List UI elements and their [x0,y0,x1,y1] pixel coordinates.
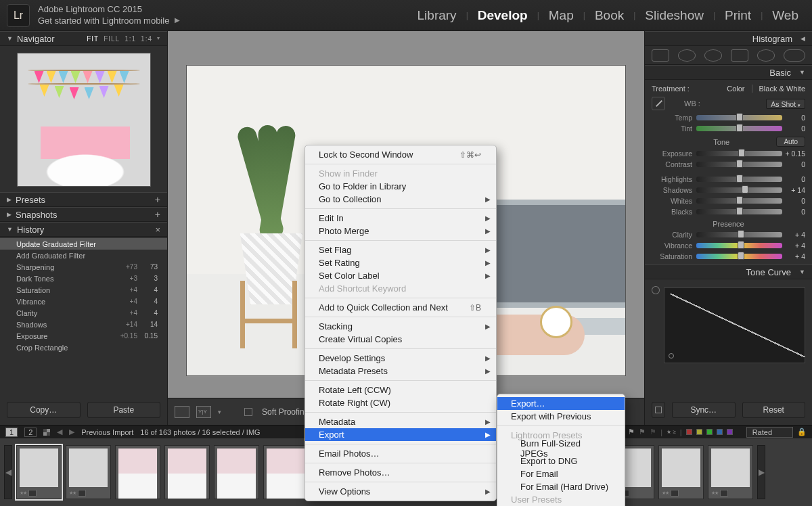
history-item[interactable]: Clarity+44 [0,307,167,319]
menu-item[interactable]: Rotate Left (CCW) [305,384,496,396]
color-purple[interactable] [727,429,733,435]
basic-header[interactable]: Basic [645,65,812,80]
close-icon[interactable]: × [155,225,160,235]
nav-1to1[interactable]: 1:1 [125,35,136,43]
temp-slider[interactable] [696,115,782,120]
highlights-slider[interactable] [696,177,782,182]
snapshots-header[interactable]: Snapshots + [0,207,167,222]
color-green[interactable] [706,429,713,435]
menu-item[interactable]: Add to Quick Collection and Next⇧B [305,301,496,314]
saturation-slider[interactable] [696,254,782,259]
scroll-right-icon[interactable]: ▶ [757,445,765,499]
shadows-slider[interactable] [696,187,782,193]
plus-icon[interactable]: + [155,194,160,205]
navigator-thumbnail[interactable] [17,53,151,187]
treatment-color[interactable]: Color [727,85,744,93]
blacks-slider[interactable] [696,209,782,214]
exposure-slider[interactable] [696,151,782,156]
submenu-item[interactable]: Export to DNG [497,455,625,467]
history-item[interactable]: Exposure+0.150.15 [0,330,167,342]
history-item[interactable]: Sharpening+7373 [0,261,167,273]
chevron-down-icon[interactable]: ▾ [157,35,160,43]
point-curve-icon[interactable] [652,286,660,294]
module-develop[interactable]: Develop [471,5,535,26]
menu-item[interactable]: Email Photos… [305,447,496,460]
submenu-item[interactable]: For Email (Hard Drive) [497,480,625,493]
play-icon[interactable]: ▶ [175,16,180,25]
scroll-left-icon[interactable]: ◀ [4,445,12,499]
menu-item[interactable]: Go to Collection▶ [305,193,496,206]
history-item[interactable]: Vibrance+44 [0,296,167,307]
nav-fit[interactable]: FIT [87,35,99,43]
whites-slider[interactable] [696,198,782,204]
loupe-view-icon[interactable] [175,406,189,418]
menu-item[interactable]: Rotate Right (CW) [305,396,496,409]
histogram-header[interactable]: Histogram [645,31,812,46]
filmstrip-thumb[interactable]: ★★ [66,445,111,499]
menu-item[interactable]: Metadata Presets▶ [305,365,496,377]
module-web[interactable]: Web [765,5,805,26]
clarity-slider[interactable] [696,232,782,237]
grid-icon[interactable] [43,429,50,436]
menu-item[interactable]: Stacking▶ [305,320,496,333]
contrast-slider[interactable] [696,162,782,167]
nav-1to4[interactable]: 1:4 [141,35,152,43]
module-map[interactable]: Map [542,5,581,26]
wb-dropper-icon[interactable] [652,97,665,110]
flag-off-icon[interactable]: ⚑ [650,428,656,436]
filmstrip-thumb[interactable]: ★★ [658,445,704,499]
page-1[interactable]: 1 [5,428,18,437]
menu-item[interactable]: Set Rating▶ [305,256,496,269]
wb-select[interactable]: As Shot ▾ [766,99,805,109]
history-item[interactable]: Crop Rectangle [0,342,167,353]
history-item[interactable]: Dark Tones+33 [0,273,167,284]
paste-button[interactable]: Paste [87,402,161,418]
menu-item[interactable]: Set Flag▶ [305,244,496,256]
radial-tool-icon[interactable] [757,49,775,62]
chevron-down-icon[interactable]: ▾ [218,409,221,415]
navigator-header[interactable]: Navigator FIT FILL 1:1 1:4 ▾ [0,31,167,46]
copy-button[interactable]: Copy… [7,402,81,418]
history-header[interactable]: History × [0,222,167,237]
menu-item[interactable]: Set Color Label▶ [305,269,496,282]
submenu-item[interactable]: For Email [497,467,625,480]
brush-tool-icon[interactable] [784,49,805,62]
filmstrip-thumb[interactable]: ★★ [214,445,259,499]
history-item[interactable]: Shadows+1414 [0,319,167,330]
module-library[interactable]: Library [411,5,464,26]
redeye-tool-icon[interactable] [704,49,722,62]
switch-icon[interactable] [652,402,665,418]
color-red[interactable] [686,429,692,435]
menu-item[interactable]: Create Virtual Copies [305,333,496,346]
next-icon[interactable]: ▶ [69,428,74,436]
app-subtitle[interactable]: Get started with Lightroom mobile [38,16,169,26]
prev-icon[interactable]: ◀ [57,428,62,436]
module-slideshow[interactable]: Slideshow [638,5,710,26]
flag-off-icon[interactable]: ⚑ [628,428,635,436]
submenu-item[interactable]: Burn Full-Sized JPEGs [497,442,625,455]
soft-proof-checkbox[interactable] [244,408,252,416]
vibrance-slider[interactable] [696,243,782,248]
tone-curve-header[interactable]: Tone Curve [645,264,812,279]
menu-item[interactable]: Metadata▶ [305,415,496,428]
page-2[interactable]: 2 [24,428,37,437]
menu-item[interactable]: Go to Folder in Library [305,180,496,193]
before-after-icon[interactable]: Y|Y [196,406,211,418]
tint-slider[interactable] [696,126,782,131]
history-item[interactable]: Add Graduated Filter [0,250,167,261]
menu-item[interactable]: Photo Merge▶ [305,225,496,237]
nav-fill[interactable]: FILL [104,35,120,43]
sync-button[interactable]: Sync… [672,402,736,418]
history-item[interactable]: Update Graduated Filter [0,238,167,250]
plus-icon[interactable]: + [155,209,160,220]
color-yellow[interactable] [696,429,702,435]
filmstrip-thumb[interactable]: ★★ [263,445,309,499]
flag-off-icon[interactable]: ⚑ [639,428,646,436]
auto-tone-button[interactable]: Auto [776,137,805,147]
history-item[interactable]: Saturation+44 [0,284,167,296]
spot-tool-icon[interactable] [678,49,696,62]
reset-button[interactable]: Reset [742,402,806,418]
rated-dropdown[interactable]: Rated [746,427,793,438]
filmstrip-thumb[interactable]: ★★ [115,445,160,499]
lock-icon[interactable]: 🔒 [797,428,807,436]
